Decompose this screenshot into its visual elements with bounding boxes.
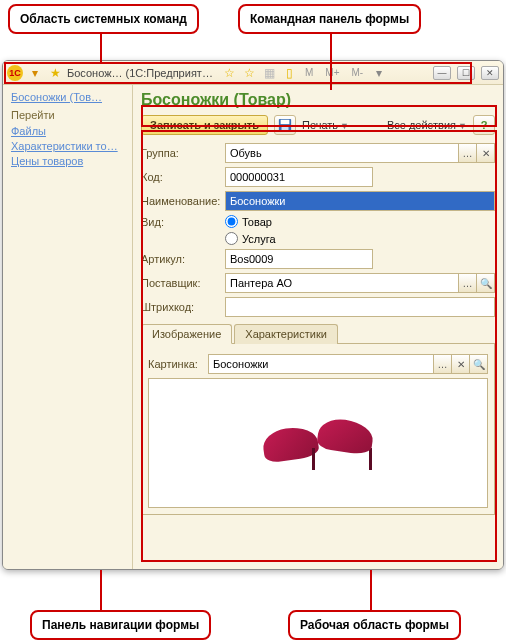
app-icon: 1С: [7, 65, 23, 81]
sidebar-link-characteristics[interactable]: Характеристики то…: [11, 140, 124, 152]
tab-body: Картинка: … ✕ 🔍: [141, 344, 495, 515]
form-fields: Группа: … ✕ Код: Наименование:: [141, 143, 495, 515]
name-label: Наименование:: [141, 195, 225, 207]
callout-work-area: Рабочая область формы: [288, 610, 461, 640]
bookmark-icon[interactable]: ☆: [241, 65, 257, 81]
help-icon-button[interactable]: ?: [473, 115, 495, 135]
m-button[interactable]: M: [301, 67, 317, 78]
sidebar-link-files[interactable]: Файлы: [11, 125, 124, 137]
supplier-ellipsis-button[interactable]: …: [459, 273, 477, 293]
code-label: Код:: [141, 171, 225, 183]
print-button[interactable]: Печать▼: [302, 119, 349, 131]
code-input[interactable]: [225, 167, 373, 187]
dropdown-icon[interactable]: ▾: [27, 65, 43, 81]
image-search-button[interactable]: 🔍: [470, 354, 488, 374]
minimize-button[interactable]: —: [433, 66, 451, 80]
barcode-input[interactable]: [225, 297, 495, 317]
group-clear-button[interactable]: ✕: [477, 143, 495, 163]
app-window: 1С ▾ ★ Босонож… (1С:Предприятие) ☆ ☆ ▦ ▯…: [2, 60, 504, 570]
tool-icon-2[interactable]: ▯: [281, 65, 297, 81]
product-image: [258, 408, 378, 478]
sidebar: Босоножки (Тов… Перейти Файлы Характерис…: [3, 85, 133, 569]
article-input[interactable]: [225, 249, 373, 269]
image-input[interactable]: [208, 354, 434, 374]
callout-form-cmdbar: Командная панель формы: [238, 4, 421, 34]
image-clear-button[interactable]: ✕: [452, 354, 470, 374]
star-icon[interactable]: ★: [47, 65, 63, 81]
image-label: Картинка:: [148, 358, 208, 370]
window-title: Босонож… (1С:Предприятие): [67, 67, 217, 79]
maximize-button[interactable]: ☐: [457, 66, 475, 80]
supplier-label: Поставщик:: [141, 277, 225, 289]
image-preview: [148, 378, 488, 508]
sidebar-link-prices[interactable]: Цены товаров: [11, 155, 124, 167]
svg-rect-2: [282, 126, 289, 130]
tool-icon-1[interactable]: ▦: [261, 65, 277, 81]
callout-nav-panel: Панель навигации формы: [30, 610, 211, 640]
close-button[interactable]: ✕: [481, 66, 499, 80]
kind-radio-usluga-label: Услуга: [242, 233, 276, 245]
image-ellipsis-button[interactable]: …: [434, 354, 452, 374]
command-bar: Записать и закрыть Печать▼ Все действия▼…: [141, 115, 495, 135]
m-minus-button[interactable]: M-: [348, 67, 368, 78]
main-area: Босоножки (Товар) Записать и закрыть Печ…: [133, 85, 503, 569]
barcode-label: Штрихкод:: [141, 301, 225, 313]
sidebar-title[interactable]: Босоножки (Тов…: [11, 91, 124, 103]
kind-label: Вид:: [141, 216, 225, 228]
group-label: Группа:: [141, 147, 225, 159]
all-actions-button[interactable]: Все действия▼: [387, 119, 467, 131]
tab-image[interactable]: Изображение: [141, 324, 232, 344]
tab-characteristics[interactable]: Характеристики: [234, 324, 338, 344]
tabs: Изображение Характеристики: [141, 323, 495, 344]
article-label: Артикул:: [141, 253, 225, 265]
menu-dropdown-icon[interactable]: ▾: [371, 65, 387, 81]
kind-radio-tovar-label: Товар: [242, 216, 272, 228]
page-title: Босоножки (Товар): [141, 91, 495, 109]
fav-icon[interactable]: ☆: [221, 65, 237, 81]
kind-radio-tovar[interactable]: [225, 215, 238, 228]
supplier-input[interactable]: [225, 273, 459, 293]
m-plus-button[interactable]: M+: [321, 67, 343, 78]
titlebar: 1С ▾ ★ Босонож… (1С:Предприятие) ☆ ☆ ▦ ▯…: [3, 61, 503, 85]
group-ellipsis-button[interactable]: …: [459, 143, 477, 163]
sidebar-goto-heading: Перейти: [11, 109, 124, 121]
group-input[interactable]: [225, 143, 459, 163]
save-and-close-button[interactable]: Записать и закрыть: [141, 115, 268, 135]
save-icon-button[interactable]: [274, 115, 296, 135]
callout-system-cmd: Область системных команд: [8, 4, 199, 34]
kind-radio-usluga[interactable]: [225, 232, 238, 245]
supplier-search-button[interactable]: 🔍: [477, 273, 495, 293]
name-input[interactable]: Босоножки: [225, 191, 495, 211]
svg-rect-1: [281, 120, 290, 124]
